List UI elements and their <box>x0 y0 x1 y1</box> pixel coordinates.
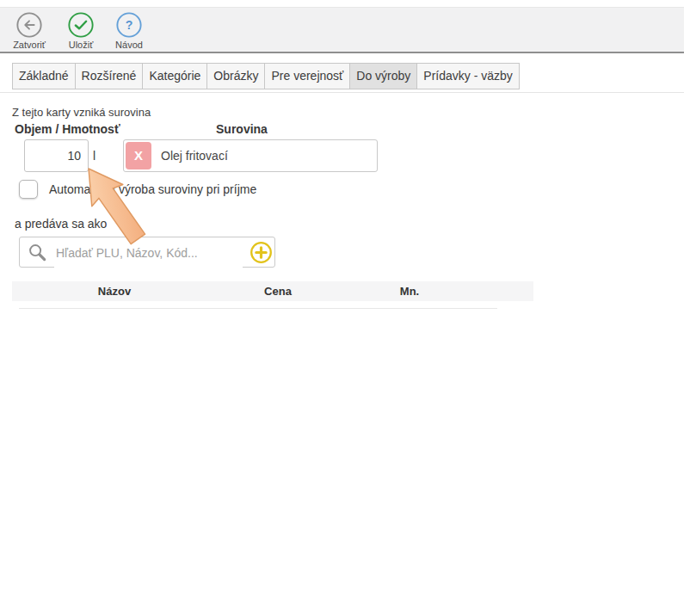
question-circle-icon: ? <box>105 11 153 39</box>
tab-do-vyroby[interactable]: Do výroby <box>349 63 417 89</box>
results-table-header: Názov Cena Mn. <box>12 281 533 301</box>
empty-table-row <box>19 301 497 309</box>
column-header-mn: Mn. <box>354 281 465 301</box>
product-card-window: Zatvoriť Uložiť ? Návod Základné Rozší <box>0 0 690 616</box>
production-heading: Z tejto karty vzniká surovina <box>12 106 151 119</box>
column-header-cena: Cena <box>222 281 334 301</box>
tab-kategorie[interactable]: Kategórie <box>142 63 207 89</box>
tab-bar: Základné Rozšírené Kategórie Obrázky Pre… <box>12 63 520 89</box>
column-header-nazov: Názov <box>59 281 170 301</box>
tab-zakladne[interactable]: Základné <box>12 63 76 89</box>
tab-panel-divider <box>0 92 684 93</box>
tab-pridavky-vazby[interactable]: Prídavky - väzby <box>416 63 519 89</box>
ingredient-label: Surovina <box>216 122 268 136</box>
auto-production-checkbox[interactable] <box>19 180 38 199</box>
toolbar: Zatvoriť Uložiť ? Návod <box>0 7 684 53</box>
plus-icon <box>250 241 273 264</box>
auto-production-label: Automatická výroba suroviny pri príjme <box>49 182 256 196</box>
check-circle-icon <box>57 11 105 39</box>
svg-text:?: ? <box>126 18 133 32</box>
ingredient-field[interactable]: X Olej fritovací <box>123 139 378 172</box>
save-button-label: Uložiť <box>57 40 105 50</box>
volume-unit: l <box>93 149 95 163</box>
tab-pre-verejnost[interactable]: Pre verejnosť <box>264 63 350 89</box>
close-button[interactable]: Zatvoriť <box>5 11 53 51</box>
save-button[interactable]: Uložiť <box>57 11 105 51</box>
search-icon <box>28 243 47 266</box>
close-button-label: Zatvoriť <box>5 40 53 50</box>
tab-rozsirene[interactable]: Rozšírené <box>75 63 144 89</box>
search-input[interactable] <box>54 238 243 268</box>
ingredient-value: Olej fritovací <box>161 149 228 163</box>
add-product-button[interactable] <box>250 241 273 264</box>
tab-obrazky[interactable]: Obrázky <box>206 63 265 89</box>
help-button-label: Návod <box>105 40 153 50</box>
volume-label: Objem / Hmotnosť <box>15 122 120 136</box>
back-arrow-icon <box>5 11 53 39</box>
volume-input[interactable] <box>24 139 89 172</box>
sells-as-label: a predáva sa ako <box>15 217 107 231</box>
product-search-box <box>19 237 275 268</box>
remove-ingredient-button[interactable]: X <box>126 142 151 169</box>
help-button[interactable]: ? Návod <box>105 11 153 51</box>
